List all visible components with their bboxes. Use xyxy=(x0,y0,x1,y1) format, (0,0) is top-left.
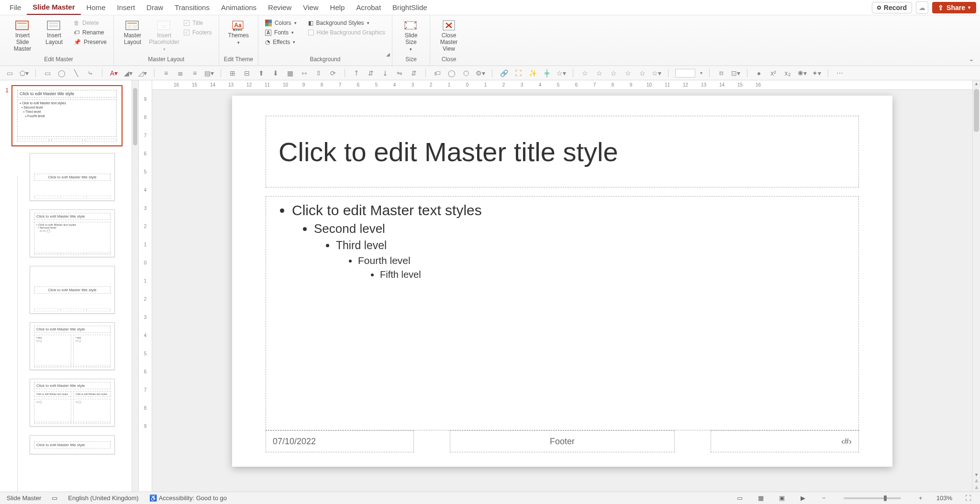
align-objects-icon[interactable]: ▦ xyxy=(285,68,295,78)
footer-placeholder[interactable]: Footer xyxy=(450,430,675,452)
sparkle-icon[interactable]: ✦▾ xyxy=(812,68,821,78)
tab-help[interactable]: Help xyxy=(324,0,351,14)
circle-icon[interactable]: ◯ xyxy=(447,68,457,78)
rotate-icon[interactable]: ⟳ xyxy=(328,68,338,78)
present-online-button[interactable]: ☁ xyxy=(916,1,928,14)
tab-review[interactable]: Review xyxy=(262,0,297,14)
overflow-icon[interactable]: ⋯ xyxy=(835,68,845,78)
tab-transitions[interactable]: Transitions xyxy=(169,0,215,14)
tag-icon[interactable]: 🏷 xyxy=(433,68,442,78)
layout-thumbnail-6[interactable]: Click to edit Master title style xyxy=(30,435,115,454)
align-middle-icon[interactable]: ⇵ xyxy=(366,68,376,78)
group-icon[interactable]: ⊞ xyxy=(228,68,237,78)
tab-slide-master[interactable]: Slide Master xyxy=(27,0,80,15)
slide-canvas[interactable]: Click to edit Master title style Click t… xyxy=(152,90,972,492)
tab-view[interactable]: View xyxy=(297,0,324,14)
effects-button[interactable]: ◔ Effects ▾ xyxy=(263,38,299,46)
crop-icon[interactable]: ⛶ xyxy=(513,68,523,78)
tab-animations[interactable]: Animations xyxy=(215,0,262,14)
background-dialog-launcher[interactable]: ◢ xyxy=(386,52,390,57)
flip-h-icon[interactable]: ⇋ xyxy=(395,68,404,78)
rectangle-icon[interactable]: ▭ xyxy=(43,68,52,78)
hexagon-icon[interactable]: ⬡ xyxy=(461,68,471,78)
reading-view-icon[interactable]: ▣ xyxy=(777,494,787,503)
background-styles-button[interactable]: ◧ Background Styles ▾ xyxy=(306,19,387,27)
scroll-up-icon[interactable]: ▲ xyxy=(973,80,980,87)
layout-thumbnail-2[interactable]: Click to edit Master title style • Click… xyxy=(30,209,115,257)
scrollbar-handle[interactable] xyxy=(974,89,979,132)
star5-icon[interactable]: ☆ xyxy=(623,68,633,78)
slide-size-button[interactable]: Slide Size ▾ xyxy=(397,17,425,54)
connector-icon[interactable]: ⤷ xyxy=(86,68,95,78)
slidenum-placeholder[interactable]: ‹#› xyxy=(711,430,859,452)
fit-to-window-button[interactable]: ⛶ xyxy=(963,494,973,503)
shapes-icon[interactable]: ⬠▾ xyxy=(19,68,29,78)
star6-icon[interactable]: ☆ xyxy=(637,68,647,78)
tab-brightslide[interactable]: BrightSlide xyxy=(387,0,433,14)
slide[interactable]: Click to edit Master title style Click t… xyxy=(232,96,892,467)
snap-icon[interactable]: ⊡▾ xyxy=(731,68,740,78)
tab-draw[interactable]: Draw xyxy=(141,0,169,14)
thumbnail-scrollbar[interactable] xyxy=(132,80,138,492)
themes-button[interactable]: Aa Themes ▾ xyxy=(224,17,252,47)
next-slide-icon[interactable]: ≚ xyxy=(973,485,980,492)
normal-view-icon[interactable]: ▭ xyxy=(735,494,745,503)
ribbon-collapse-button[interactable]: ⌄ xyxy=(969,55,974,63)
scrollbar-handle[interactable] xyxy=(133,88,137,145)
ungroup-icon[interactable]: ⊟ xyxy=(242,68,252,78)
align-center-icon[interactable]: ≣ xyxy=(176,68,185,78)
align-bottom-icon[interactable]: ⤓ xyxy=(380,68,390,78)
fonts-button[interactable]: A Fonts ▾ xyxy=(263,29,299,36)
star7-icon[interactable]: ☆▾ xyxy=(652,68,661,78)
zoom-slider[interactable] xyxy=(844,497,901,499)
star3-icon[interactable]: ☆ xyxy=(594,68,604,78)
magic-icon[interactable]: ✨ xyxy=(528,68,537,78)
zoom-knob[interactable] xyxy=(884,495,887,501)
notes-icon[interactable]: ▭ xyxy=(52,494,57,502)
layout-thumbnail-4[interactable]: Click to edit Master title style • text▭… xyxy=(30,322,115,370)
tab-file[interactable]: File xyxy=(4,0,27,14)
record-button[interactable]: Record xyxy=(872,2,912,13)
textbox-icon[interactable]: ▭ xyxy=(5,68,14,78)
rename-button[interactable]: 🏷 Rename xyxy=(72,29,109,36)
distribute-h-icon[interactable]: ⇿ xyxy=(300,68,309,78)
color-swatch[interactable] xyxy=(675,69,695,77)
zoom-in-button[interactable]: + xyxy=(915,494,926,503)
prev-slide-icon[interactable]: ≙ xyxy=(973,478,980,485)
layout-thumbnail-1[interactable]: Click to edit Master title style xyxy=(30,153,115,201)
highlight-icon[interactable]: ✺▾ xyxy=(797,68,807,78)
slideshow-view-icon[interactable]: ▶ xyxy=(798,494,808,503)
subscript-icon[interactable]: x₂ xyxy=(783,68,792,78)
tab-insert[interactable]: Insert xyxy=(111,0,141,14)
fill-color-icon[interactable]: ◢▾ xyxy=(123,68,133,78)
accessibility-status[interactable]: ♿ Accessibility: Good to go xyxy=(149,494,227,502)
align-right-icon[interactable]: ≡ xyxy=(190,68,200,78)
zoom-out-button[interactable]: − xyxy=(819,494,829,503)
layout-thumbnail-3[interactable]: Click to edit Master title style xyxy=(30,266,115,314)
status-language[interactable]: English (United Kingdom) xyxy=(68,494,138,502)
align-left-icon[interactable]: ≡ xyxy=(161,68,171,78)
tab-home[interactable]: Home xyxy=(81,0,111,14)
align-top-icon[interactable]: ⤒ xyxy=(352,68,361,78)
insert-slide-master-button[interactable]: Insert Slide Master xyxy=(9,17,36,54)
line-icon[interactable]: ╲ xyxy=(71,68,81,78)
scroll-down-icon[interactable]: ▼ xyxy=(973,471,980,478)
bring-forward-icon[interactable]: ⬆ xyxy=(256,68,266,78)
oval-icon[interactable]: ◯ xyxy=(57,68,67,78)
insert-layout-button[interactable]: Insert Layout xyxy=(40,17,68,48)
vertical-scrollbar[interactable]: ▲ ▼ ≙ ≚ xyxy=(972,80,980,492)
master-layout-button[interactable]: Master Layout xyxy=(119,17,146,48)
gear-icon[interactable]: ⚙▾ xyxy=(476,68,485,78)
colors-button[interactable]: Colors ▾ xyxy=(263,19,299,27)
body-placeholder[interactable]: Click to edit Master text styles Second … xyxy=(266,196,859,430)
font-color-icon[interactable]: A▾ xyxy=(109,68,119,78)
superscript-icon[interactable]: x² xyxy=(768,68,778,78)
star1-icon[interactable]: ☆▾ xyxy=(557,68,566,78)
send-backward-icon[interactable]: ⬇ xyxy=(271,68,280,78)
share-button[interactable]: ⇪ Share ▾ xyxy=(932,2,976,13)
distribute-v-icon[interactable]: ⇳ xyxy=(314,68,323,78)
master-thumbnail[interactable]: Click to edit Master title style • Click… xyxy=(11,85,122,146)
zoom-value[interactable]: 103% xyxy=(936,494,952,502)
flip-v-icon[interactable]: ⇵ xyxy=(409,68,419,78)
tab-acrobat[interactable]: Acrobat xyxy=(350,0,387,14)
